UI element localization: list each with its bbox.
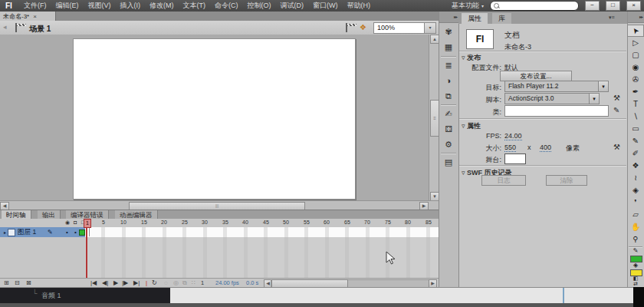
text-tool[interactable]: T <box>627 98 644 111</box>
chevron-down-icon[interactable]: ▾ <box>598 81 608 91</box>
menu-help[interactable]: 帮助(H) <box>342 1 375 11</box>
free-transform-tool[interactable]: ▢ <box>627 49 644 61</box>
target-dropdown[interactable]: Flash Player 11.2 ▾ <box>504 81 609 92</box>
go-first-frame-icon[interactable]: |◀ <box>90 279 97 286</box>
document-tab[interactable]: 未命名-3* × <box>0 12 56 21</box>
menu-file[interactable]: 文件(F) <box>19 1 51 11</box>
stage-color-swatch[interactable] <box>504 154 526 164</box>
hand-tool[interactable]: ✋ <box>627 221 644 233</box>
components-panel-icon[interactable]: ⚃ <box>439 123 458 135</box>
rectangle-tool[interactable]: ▭ <box>627 123 644 135</box>
zoom-level-input[interactable]: 100% <box>373 22 426 34</box>
info-panel-icon[interactable]: ◑ <box>439 74 458 87</box>
frame-rate-value[interactable]: 24.00 fps <box>215 279 239 286</box>
playhead-marker[interactable]: 1 <box>84 219 91 228</box>
publish-settings-button[interactable]: 发布设置... <box>500 71 572 81</box>
dock-collapse-icon[interactable]: ▸▸ <box>439 12 459 23</box>
subselection-tool[interactable]: ▷ <box>627 37 644 49</box>
workspace-switcher[interactable]: 基本功能 ▾ <box>452 1 484 11</box>
minimize-button[interactable]: − <box>585 1 600 11</box>
menu-control[interactable]: 控制(O) <box>242 1 275 11</box>
tools-collapse-icon[interactable]: ▸▸ <box>628 12 644 23</box>
new-layer-icon[interactable]: ⊞ <box>4 279 9 286</box>
pen-tool[interactable]: ✒ <box>627 86 644 98</box>
layer-outline-color-swatch[interactable] <box>79 229 85 236</box>
transform-panel-icon[interactable]: ⧉ <box>439 90 458 102</box>
zoom-tool[interactable]: ⚲ <box>627 233 644 246</box>
project-panel-icon[interactable]: ▤ <box>439 156 458 168</box>
fps-value[interactable]: 24.00 <box>504 132 522 140</box>
swap-colors-icon[interactable]: ⇄ <box>627 281 644 287</box>
edit-symbol-icon[interactable]: ❖ <box>360 23 366 31</box>
log-button[interactable]: 日志 <box>481 175 526 186</box>
search-input[interactable] <box>501 2 573 10</box>
menu-window[interactable]: 窗口(W) <box>308 1 343 11</box>
zoom-dropdown-button[interactable]: ▾ <box>424 22 436 34</box>
layer-panel-empty-area[interactable] <box>0 237 86 278</box>
menu-commands[interactable]: 命令(C) <box>210 1 243 11</box>
clear-button[interactable]: 清除 <box>546 175 587 186</box>
brush-tool[interactable]: ✐ <box>627 147 644 160</box>
loop-icon[interactable]: ↻ <box>152 279 157 286</box>
panel-menu-icon[interactable]: ▾≡ <box>609 15 615 21</box>
motion-presets-panel-icon[interactable]: ⚙ <box>439 138 458 150</box>
class-edit-pencil-icon[interactable]: ✎ <box>613 106 619 114</box>
tab-properties[interactable]: 属性 <box>462 13 488 24</box>
document-tab-close-icon[interactable]: × <box>33 13 37 20</box>
selection-tool[interactable]: ➤ <box>627 25 644 37</box>
menu-debug[interactable]: 调试(D) <box>275 1 308 11</box>
onion-skin-icon[interactable]: ◌ <box>164 279 168 286</box>
center-frame-icon[interactable]: | <box>146 279 147 286</box>
playhead-line[interactable] <box>86 227 87 278</box>
size-settings-wrench-icon[interactable]: ⚒ <box>613 143 620 151</box>
menu-view[interactable]: 视图(V) <box>83 1 115 11</box>
edit-scene-icon[interactable] <box>346 23 347 32</box>
chevron-down-icon[interactable]: ▾ <box>589 94 599 104</box>
code-snippets-panel-icon[interactable]: ✍ <box>439 107 458 120</box>
step-back-icon[interactable]: ◀| <box>102 279 108 286</box>
menu-modify[interactable]: 修改(M) <box>145 1 179 11</box>
size-height-value[interactable]: 400 <box>540 144 551 152</box>
eye-icon[interactable]: ◉ <box>65 220 70 226</box>
layer-lock-dot-icon[interactable]: • <box>74 229 77 236</box>
class-input[interactable] <box>504 105 609 117</box>
size-width-value[interactable]: 550 <box>504 144 516 152</box>
paint-bucket-tool[interactable]: ◈ <box>627 184 644 196</box>
eyedropper-tool[interactable]: ❜ <box>627 196 644 209</box>
layer-row[interactable]: ▸ 图层 1 ✎ • • <box>0 227 85 237</box>
elapsed-time-value[interactable]: 0.0 s <box>246 279 258 286</box>
swatches-panel-icon[interactable]: ▦ <box>439 41 458 53</box>
search-box[interactable] <box>490 1 579 11</box>
script-dropdown[interactable]: ActionScript 3.0 ▾ <box>504 93 600 104</box>
lasso-tool[interactable]: ✇ <box>627 74 644 86</box>
layer-visibility-dot-icon[interactable]: • <box>66 229 68 236</box>
menu-edit[interactable]: 编辑(E) <box>51 1 83 11</box>
pencil-tool[interactable]: ✎ <box>627 135 644 147</box>
publish-section-header[interactable]: ▿ 发布 <box>462 53 481 63</box>
bone-tool[interactable]: ≀ <box>627 172 644 184</box>
3d-rotation-tool[interactable]: ◉ <box>627 61 644 74</box>
line-tool[interactable]: ∖ <box>627 111 644 123</box>
play-icon[interactable]: ▶ <box>113 279 118 286</box>
lock-icon[interactable]: ◘ <box>74 220 77 225</box>
script-settings-wrench-icon[interactable]: ⚒ <box>613 94 620 102</box>
delete-layer-icon[interactable]: ⊠ <box>26 279 31 286</box>
go-last-frame-icon[interactable]: ▶| <box>133 279 140 286</box>
menu-text[interactable]: 文本(T) <box>178 1 210 11</box>
modify-markers-icon[interactable]: ∷ <box>192 279 196 286</box>
new-folder-icon[interactable]: ⊟ <box>15 279 20 286</box>
deco-tool[interactable]: ❖ <box>627 160 644 172</box>
maximize-button[interactable]: □ <box>606 1 620 11</box>
stage-canvas[interactable] <box>73 38 356 200</box>
step-forward-icon[interactable]: |▶ <box>122 279 128 286</box>
menu-insert[interactable]: 插入(I) <box>115 1 145 11</box>
color-panel-icon[interactable]: ✾ <box>439 25 458 38</box>
back-button[interactable]: ◂ <box>3 23 7 31</box>
close-button[interactable]: × <box>626 1 641 11</box>
onion-skin-outline-icon[interactable]: ◎ <box>173 279 179 286</box>
layer-frames[interactable] <box>85 227 439 238</box>
align-panel-icon[interactable]: ≣ <box>439 59 458 71</box>
vertical-scrollbar[interactable]: ▲ ≡ ▼ <box>429 35 439 200</box>
eraser-tool[interactable]: ▱ <box>627 209 644 221</box>
properties-section-header[interactable]: ▿ 属性 <box>462 121 481 131</box>
